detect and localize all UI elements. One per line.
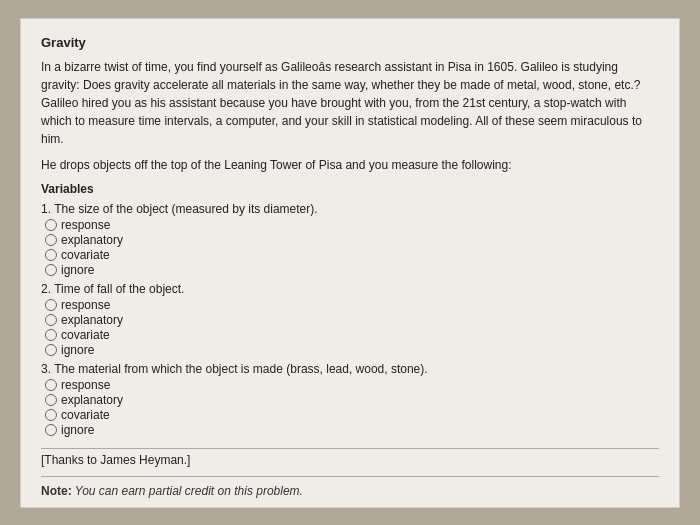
variable-3-options: response explanatory covariate ignore: [45, 378, 659, 438]
radio-icon[interactable]: [45, 264, 57, 276]
radio-icon[interactable]: [45, 314, 57, 326]
radio-icon[interactable]: [45, 299, 57, 311]
option-label: response: [61, 378, 110, 392]
radio-icon[interactable]: [45, 329, 57, 341]
main-content: Gravity In a bizarre twist of time, you …: [20, 18, 680, 508]
option-label: ignore: [61, 423, 94, 437]
list-item[interactable]: ignore: [45, 423, 659, 437]
page-title: Gravity: [41, 35, 659, 50]
option-label: response: [61, 298, 110, 312]
variable-2-title: 2. Time of fall of the object.: [41, 282, 659, 296]
radio-icon[interactable]: [45, 379, 57, 391]
list-item[interactable]: ignore: [45, 343, 659, 357]
option-label: covariate: [61, 248, 110, 262]
thanks-text: [Thanks to James Heyman.]: [41, 448, 659, 467]
radio-icon[interactable]: [45, 424, 57, 436]
variable-3: 3. The material from which the object is…: [41, 362, 659, 438]
list-item[interactable]: explanatory: [45, 233, 659, 247]
list-item[interactable]: covariate: [45, 328, 659, 342]
radio-icon[interactable]: [45, 394, 57, 406]
radio-icon[interactable]: [45, 219, 57, 231]
list-item[interactable]: ignore: [45, 263, 659, 277]
list-item[interactable]: response: [45, 378, 659, 392]
variable-2-options: response explanatory covariate ignore: [45, 298, 659, 358]
note-bold-label: Note:: [41, 484, 72, 498]
option-label: explanatory: [61, 313, 123, 327]
option-label: response: [61, 218, 110, 232]
option-label: explanatory: [61, 393, 123, 407]
radio-icon[interactable]: [45, 249, 57, 261]
radio-icon[interactable]: [45, 234, 57, 246]
radio-icon[interactable]: [45, 344, 57, 356]
variable-1-options: response explanatory covariate ignore: [45, 218, 659, 278]
description-paragraph-1: In a bizarre twist of time, you find you…: [41, 58, 659, 148]
list-item[interactable]: explanatory: [45, 313, 659, 327]
option-label: ignore: [61, 263, 94, 277]
list-item[interactable]: explanatory: [45, 393, 659, 407]
list-item[interactable]: response: [45, 218, 659, 232]
variable-2: 2. Time of fall of the object. response …: [41, 282, 659, 358]
list-item[interactable]: covariate: [45, 408, 659, 422]
radio-icon[interactable]: [45, 409, 57, 421]
note-section: Note: You can earn partial credit on thi…: [41, 476, 659, 499]
option-label: explanatory: [61, 233, 123, 247]
list-item[interactable]: response: [45, 298, 659, 312]
option-label: covariate: [61, 328, 110, 342]
variable-1: 1. The size of the object (measured by i…: [41, 202, 659, 278]
variables-heading: Variables: [41, 182, 659, 196]
note-content: You can earn partial credit on this prob…: [72, 484, 303, 498]
option-label: ignore: [61, 343, 94, 357]
variable-3-title: 3. The material from which the object is…: [41, 362, 659, 376]
list-item[interactable]: covariate: [45, 248, 659, 262]
description-paragraph-2: He drops objects off the top of the Lean…: [41, 156, 659, 174]
option-label: covariate: [61, 408, 110, 422]
variable-1-title: 1. The size of the object (measured by i…: [41, 202, 659, 216]
